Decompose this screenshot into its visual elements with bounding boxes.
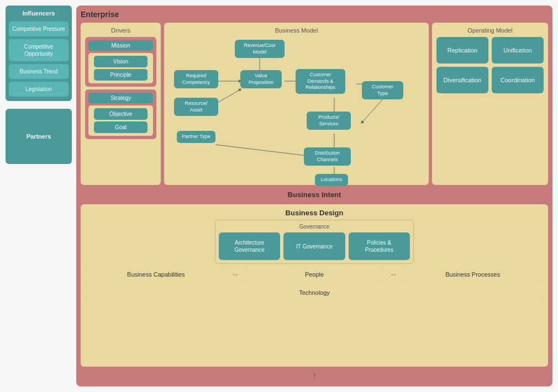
arrow-spacer-1: ↔ bbox=[230, 267, 241, 282]
partners-box[interactable]: Partners bbox=[6, 109, 72, 164]
bm-customer-demands[interactable]: CustomerDemands &Relationships bbox=[296, 69, 345, 94]
business-intent-banner: Business Intent bbox=[81, 188, 548, 202]
enterprise-title: Enterprise bbox=[81, 10, 548, 19]
driver-group-strategy: Strategy Objective Goal bbox=[85, 89, 156, 139]
gov-policies-procedures[interactable]: Policies &Procedures bbox=[349, 232, 410, 260]
drivers-box: Drivers Mission Vision Principle Strateg… bbox=[81, 23, 161, 185]
influencer-competitive-opportunity[interactable]: Competitive Opportunity bbox=[9, 39, 69, 61]
driver-strategy[interactable]: Strategy bbox=[88, 93, 153, 103]
bd-content: Governance ArchitectureGovernance IT Gov… bbox=[85, 220, 544, 362]
business-model-label: Business Model bbox=[169, 27, 424, 34]
business-design-title: Business Design bbox=[85, 209, 544, 217]
drivers-label: Drivers bbox=[85, 27, 156, 34]
influencers-box: Influencers Competitive Pressure Competi… bbox=[6, 6, 72, 101]
people-col[interactable]: People bbox=[244, 267, 386, 282]
driver-inner-1: Vision Principle bbox=[88, 53, 153, 83]
driver-group-mission: Mission Vision Principle bbox=[85, 37, 156, 87]
driver-goal[interactable]: Goal bbox=[94, 121, 147, 133]
svg-line-9 bbox=[362, 98, 384, 123]
bm-value-proposition[interactable]: ValueProposition bbox=[240, 70, 282, 88]
technology-bar[interactable]: Technology bbox=[85, 285, 544, 300]
business-design-section: Business Design Governance ArchitectureG… bbox=[81, 204, 548, 367]
enterprise-area: Enterprise Drivers Mission Vision Princi… bbox=[76, 6, 552, 386]
left-sidebar: Influencers Competitive Pressure Competi… bbox=[6, 6, 72, 386]
bm-products-services[interactable]: Products/Services bbox=[307, 112, 351, 130]
governance-label: Governance bbox=[219, 224, 410, 230]
influencer-business-trend[interactable]: Business Trend bbox=[9, 64, 69, 79]
bottom-capabilities-row: Business Capabilities ↔ People ↔ Busines… bbox=[85, 267, 544, 282]
bm-resource-asset[interactable]: Resource/Asset bbox=[174, 98, 218, 116]
arrow-spacer-2: ↔ bbox=[388, 267, 399, 282]
driver-objective[interactable]: Objective bbox=[94, 108, 147, 120]
om-diversification[interactable]: Diversification bbox=[436, 67, 488, 93]
page-wrapper: Influencers Competitive Pressure Competi… bbox=[0, 0, 558, 392]
gov-it-governance[interactable]: IT Governance bbox=[283, 232, 345, 260]
driver-principle[interactable]: Principle bbox=[94, 69, 147, 81]
influencers-title: Influencers bbox=[9, 10, 69, 17]
influencer-legislation[interactable]: Legislation bbox=[9, 82, 69, 97]
bm-customer-type[interactable]: CustomerType bbox=[362, 81, 403, 99]
om-coordination[interactable]: Coordination bbox=[492, 67, 544, 93]
bm-locations[interactable]: Locations bbox=[315, 174, 348, 186]
svg-line-8 bbox=[215, 145, 307, 156]
governance-area: Governance ArchitectureGovernance IT Gov… bbox=[215, 220, 414, 264]
influencer-competitive-pressure[interactable]: Competitive Pressure bbox=[9, 22, 69, 36]
bm-partner-type[interactable]: Partner Type bbox=[177, 131, 215, 143]
bm-revenue-cost[interactable]: Revenue/CostModel bbox=[235, 40, 285, 58]
driver-mission[interactable]: Mission bbox=[88, 40, 153, 51]
business-model-box: Business Model bbox=[164, 23, 429, 185]
bm-content: Revenue/CostModel RequiredCompetency Val… bbox=[169, 37, 424, 181]
bm-distribution-channels[interactable]: DistributionChannels bbox=[304, 147, 351, 166]
top-section: Drivers Mission Vision Principle Strateg… bbox=[81, 23, 548, 185]
driver-vision[interactable]: Vision bbox=[94, 56, 147, 67]
gov-items: ArchitectureGovernance IT Governance Pol… bbox=[219, 232, 410, 260]
driver-inner-2: Objective Goal bbox=[88, 105, 153, 136]
bm-required-competency[interactable]: RequiredCompetency bbox=[174, 70, 218, 88]
om-grid: Replication Unification Diversification … bbox=[436, 37, 544, 93]
operating-model-label: Operating Model bbox=[436, 27, 544, 34]
om-unification[interactable]: Unification bbox=[492, 37, 544, 63]
operating-model-box: Operating Model Replication Unification … bbox=[432, 23, 548, 185]
business-capabilities[interactable]: Business Capabilities bbox=[85, 267, 227, 282]
bottom-arrow: ↑ bbox=[81, 370, 548, 382]
business-processes[interactable]: Business Processes bbox=[402, 267, 544, 282]
om-replication[interactable]: Replication bbox=[436, 37, 488, 63]
governance-wrapper: Governance ArchitectureGovernance IT Gov… bbox=[85, 220, 544, 264]
gov-arch-governance[interactable]: ArchitectureGovernance bbox=[219, 232, 280, 260]
